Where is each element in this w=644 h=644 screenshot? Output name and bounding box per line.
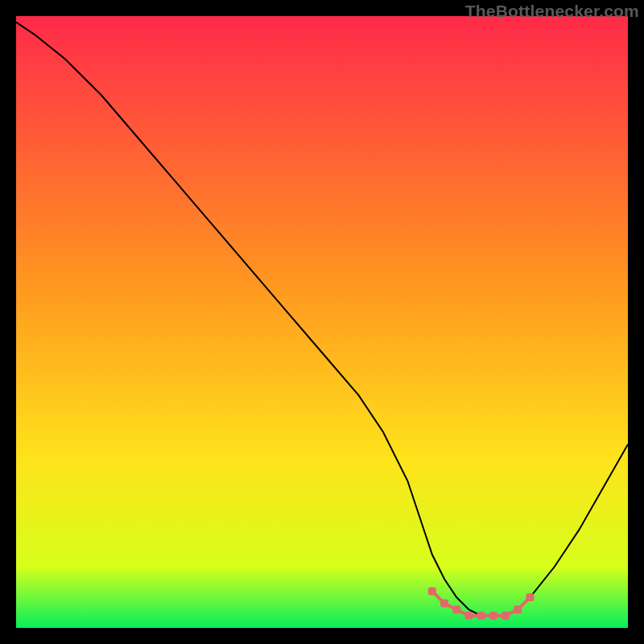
chart-background: [16, 16, 628, 628]
bottleneck-chart: [16, 16, 628, 628]
watermark-label: TheBottlenecker.com: [465, 2, 639, 21]
